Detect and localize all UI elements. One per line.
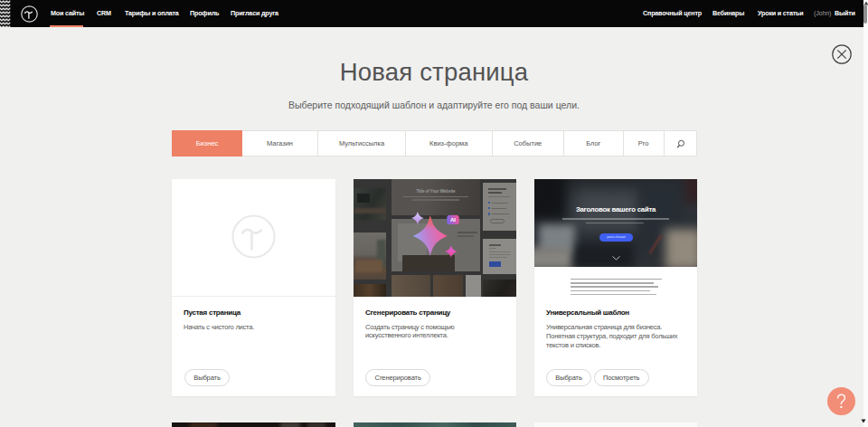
svg-text:AI: AI bbox=[450, 216, 456, 223]
